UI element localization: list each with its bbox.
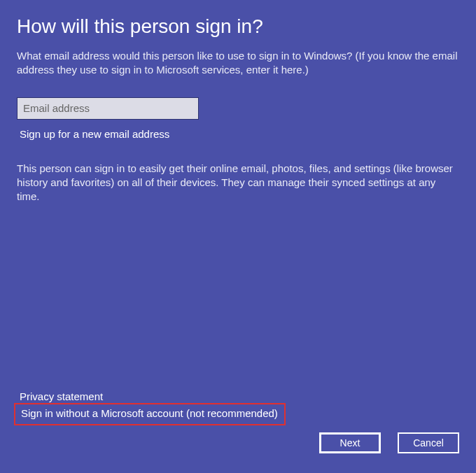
next-button[interactable]: Next (319, 432, 381, 453)
page-title: How will this person sign in? (17, 15, 459, 38)
privacy-statement-link[interactable]: Privacy statement (20, 390, 103, 402)
signup-email-link[interactable]: Sign up for a new email address (20, 128, 169, 140)
button-row: Next Cancel (319, 432, 459, 453)
sign-in-without-account-link[interactable]: Sign in without a Microsoft account (not… (21, 407, 278, 419)
bottom-links-area: Privacy statement (17, 390, 103, 403)
description-text: This person can sign in to easily get th… (17, 162, 459, 204)
email-field[interactable] (17, 97, 199, 120)
intro-text: What email address would this person lik… (17, 49, 459, 78)
no-account-highlight: Sign in without a Microsoft account (not… (14, 403, 286, 425)
cancel-button[interactable]: Cancel (398, 432, 459, 453)
